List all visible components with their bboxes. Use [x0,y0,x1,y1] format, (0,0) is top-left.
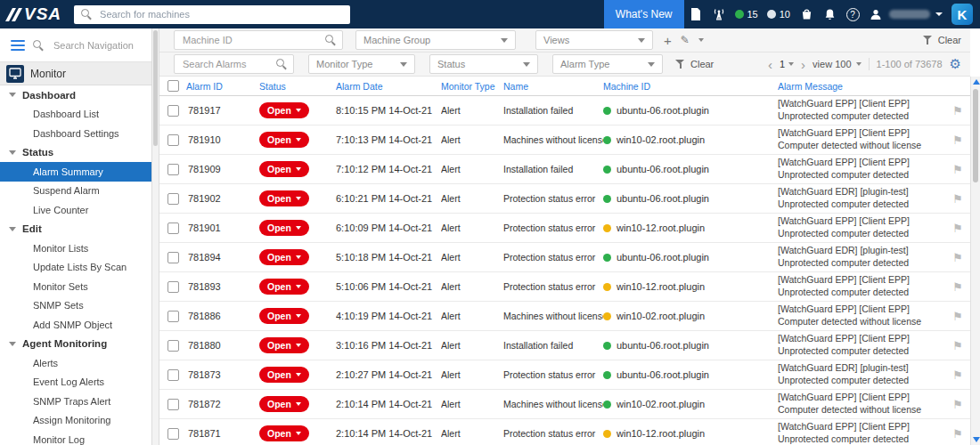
sidebar-item-suspend-alarm[interactable]: Suspend Alarm [0,182,151,201]
alarm-type-select[interactable]: Alarm Type [552,54,663,74]
flag-icon[interactable]: ⚑ [952,368,963,382]
nav-section-agent-monitoring[interactable]: Agent Monitoring [0,335,151,354]
table-row[interactable]: 781894Open5:10:18 PM 14-Oct-21AlertProte… [159,243,970,272]
status-open-pill[interactable]: Open [259,367,309,383]
sidebar-item-snmp-traps-alert[interactable]: SNMP Traps Alert [0,392,151,411]
machine-id-input[interactable] [181,34,320,46]
sidebar-item-dashboard-settings[interactable]: Dashboard Settings [0,124,151,143]
table-row[interactable]: 781893Open5:10:06 PM 14-Oct-21AlertProte… [159,272,970,302]
table-row[interactable]: 781901Open6:10:09 PM 14-Oct-21AlertProte… [159,214,970,243]
flag-icon[interactable]: ⚑ [952,251,963,264]
status-open-pill[interactable]: Open [259,220,309,236]
col-header-alarm-date[interactable]: Alarm Date [336,81,441,92]
scroll-thumb[interactable] [973,89,978,182]
sidebar-item-live-counter[interactable]: Live Counter [0,200,151,220]
scroll-down-arrow-icon[interactable] [973,437,980,442]
col-header-machine-id[interactable]: Machine ID [603,81,778,92]
table-row[interactable]: 781873Open2:10:27 PM 14-Oct-21AlertProte… [159,360,970,390]
row-checkbox[interactable] [167,281,179,293]
flag-icon[interactable]: ⚑ [952,222,963,235]
flag-icon[interactable]: ⚑ [952,339,963,352]
table-row[interactable]: 781902Open6:10:21 PM 14-Oct-21AlertProte… [159,184,970,214]
gear-icon[interactable]: ⚙ [950,56,961,72]
kaseya-logo[interactable]: K [951,4,973,25]
offline-count-badge[interactable]: 10 [767,9,790,20]
nav-section-edit[interactable]: Edit [0,220,151,239]
flag-icon[interactable]: ⚑ [952,104,963,117]
help-icon[interactable]: ? [841,0,864,28]
sidebar-item-monitor-sets[interactable]: Monitor Sets [0,277,151,296]
sidebar-item-add-snmp-object[interactable]: Add SNMP Object [0,315,151,335]
monitor-type-select[interactable]: Monitor Type [308,54,415,74]
flag-icon[interactable]: ⚑ [952,134,963,147]
views-more-chevron-down-icon[interactable] [698,38,704,42]
status-select[interactable]: Status [429,54,538,74]
status-open-pill[interactable]: Open [259,396,309,412]
row-checkbox[interactable] [167,369,179,381]
status-open-pill[interactable]: Open [259,132,309,148]
views-select[interactable]: Views [535,30,653,50]
sidebar-item-monitor-log[interactable]: Monitor Log [0,430,151,445]
sidebar-item-snmp-sets[interactable]: SNMP Sets [0,296,151,316]
sidebar-item-dashboard-list[interactable]: Dashboard List [0,105,151,125]
document-icon[interactable] [684,0,707,28]
row-checkbox[interactable] [167,340,179,352]
row-checkbox[interactable] [167,164,179,175]
status-open-pill[interactable]: Open [259,102,309,118]
vsa-logo[interactable]: VSA [0,4,74,24]
flag-icon[interactable]: ⚑ [952,398,963,411]
nav-search-input[interactable] [52,39,136,52]
col-header-alarm-message[interactable]: Alarm Message [778,81,945,92]
table-row[interactable]: 781886Open4:10:19 PM 14-Oct-21AlertMachi… [159,302,970,331]
status-open-pill[interactable]: Open [259,161,309,177]
search-alarms-filter[interactable] [174,54,294,74]
sidebar-item-monitor-lists[interactable]: Monitor Lists [0,239,151,258]
clear-machine-filters-button[interactable]: Clear [923,35,961,45]
col-header-alarm-id[interactable]: Alarm ID [186,81,259,92]
module-selector[interactable]: Monitor [0,62,151,85]
page-size-select[interactable]: view 100 [813,59,861,69]
col-header-monitor-type[interactable]: Monitor Type [441,81,503,92]
user-icon[interactable] [864,0,887,28]
status-open-pill[interactable]: Open [259,249,309,265]
flag-icon[interactable]: ⚑ [952,192,963,206]
row-checkbox[interactable] [167,105,179,117]
sidebar-item-event-log-alerts[interactable]: Event Log Alerts [0,373,151,392]
machine-group-select[interactable]: Machine Group [355,30,516,50]
col-header-status[interactable]: Status [259,81,336,92]
add-view-icon[interactable]: + [664,34,672,47]
user-menu-chevron-down-icon[interactable] [935,12,943,16]
sidebar-scrollbar[interactable] [151,28,159,445]
edit-view-icon[interactable]: ✎ [681,34,690,46]
page-select[interactable]: 1 [780,59,794,69]
table-row[interactable]: 781909Open7:10:12 PM 14-Oct-21AlertInsta… [159,155,970,184]
flag-icon[interactable]: ⚑ [952,427,963,441]
table-row[interactable]: 781871Open2:10:14 PM 14-Oct-21AlertProte… [159,419,970,445]
row-checkbox[interactable] [167,428,179,440]
table-row[interactable]: 781880Open3:10:16 PM 14-Oct-21AlertInsta… [159,331,970,360]
status-open-pill[interactable]: Open [259,279,309,295]
col-header-name[interactable]: Name [503,81,603,92]
row-checkbox[interactable] [167,252,179,263]
select-all-checkbox[interactable] [167,80,179,92]
bell-icon[interactable] [818,0,841,28]
clear-alarm-filters-button[interactable]: Clear [675,59,714,69]
sidebar-item-alerts[interactable]: Alerts [0,353,151,373]
status-open-pill[interactable]: Open [259,190,309,206]
status-open-pill[interactable]: Open [259,337,309,353]
table-row[interactable]: 781872Open2:10:14 PM 14-Oct-21AlertMachi… [159,390,970,419]
prev-page-chevron-icon[interactable]: ‹ [768,58,772,71]
row-checkbox[interactable] [167,311,179,322]
online-count-badge[interactable]: 15 [735,9,758,20]
search-alarms-input[interactable] [181,58,271,70]
sidebar-item-assign-monitoring[interactable]: Assign Monitoring [0,411,151,431]
row-checkbox[interactable] [167,399,179,410]
machine-id-filter[interactable] [174,30,343,50]
hamburger-menu-icon[interactable] [11,40,25,51]
row-checkbox[interactable] [167,193,179,205]
nav-section-dashboard[interactable]: Dashboard [0,85,151,105]
nav-section-status[interactable]: Status [0,143,151,163]
sidebar-scroll-thumb[interactable] [153,30,158,146]
table-scrollbar[interactable] [970,77,980,445]
row-checkbox[interactable] [167,134,179,146]
